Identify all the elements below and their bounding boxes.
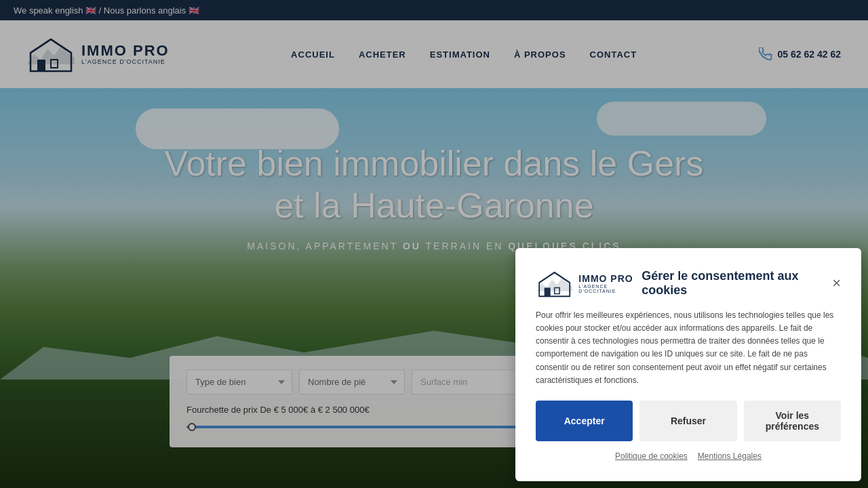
cookie-logo: IMMO PRO L'AGENCE D'OCCITANIE [536,268,642,299]
cookie-modal: IMMO PRO L'AGENCE D'OCCITANIE Gérer le c… [515,248,861,481]
cookie-title: Gérer le consentement aux cookies [642,269,832,298]
cookie-close-button[interactable]: × [832,276,841,291]
cookie-body-text: Pour offrir les meilleures expériences, … [536,309,841,387]
cookie-action-buttons: Accepter Refuser Voir les préférences [536,401,841,441]
accept-cookies-button[interactable]: Accepter [536,401,633,441]
cookie-logo-icon [536,268,573,299]
politique-cookies-link[interactable]: Politique de cookies [615,451,688,461]
preferences-button[interactable]: Voir les préférences [744,401,841,441]
cookie-header: IMMO PRO L'AGENCE D'OCCITANIE Gérer le c… [536,268,841,299]
cookie-links: Politique de cookies Mentions Légales [536,451,841,461]
refuse-cookies-button[interactable]: Refuser [639,401,736,441]
mentions-legales-link[interactable]: Mentions Légales [698,451,762,461]
